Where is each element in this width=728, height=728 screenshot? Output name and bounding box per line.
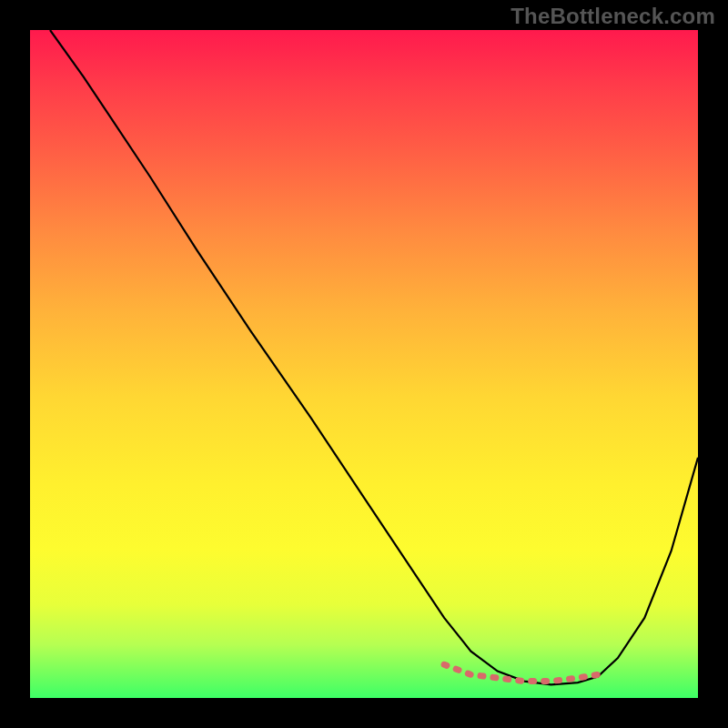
chart-frame: TheBottleneck.com: [0, 0, 728, 728]
curve-layer: [30, 30, 698, 698]
optimal-zone-curve: [444, 664, 598, 681]
watermark-text: TheBottleneck.com: [511, 4, 715, 29]
bottleneck-curve: [50, 30, 698, 684]
plot-area: [30, 30, 698, 698]
